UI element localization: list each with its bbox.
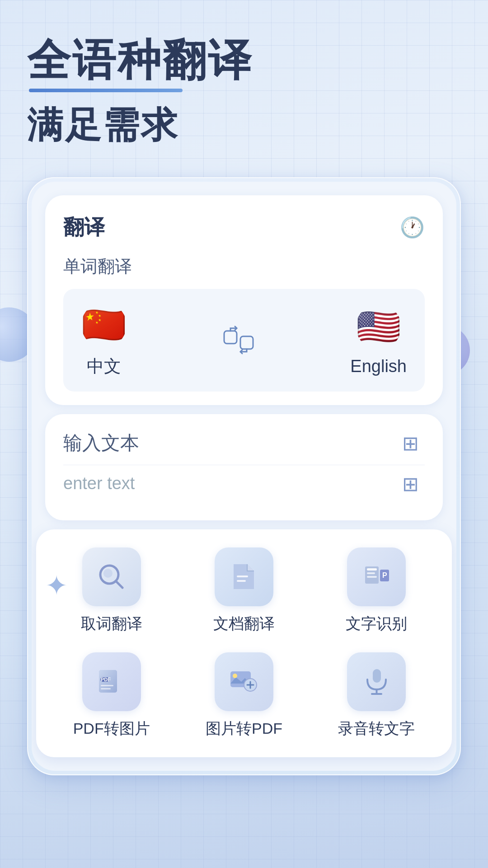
hero-subtitle: 满足需求 (27, 101, 461, 150)
phone-inner: 翻译 🕐 单词翻译 🇨🇳 中文 (32, 182, 456, 771)
word-translate-label: 取词翻译 (81, 613, 142, 634)
phone-card: 翻译 🕐 单词翻译 🇨🇳 中文 (27, 177, 461, 775)
svg-point-21 (233, 674, 237, 678)
section-label: 单词翻译 (63, 255, 425, 278)
img-to-pdf-label: 图片转PDF (206, 718, 282, 739)
source-language[interactable]: 🇨🇳 中文 (81, 302, 127, 378)
input-divider (63, 465, 425, 465)
paste-icon-2[interactable]: ⊞ (402, 472, 425, 495)
feature-grid: 取词翻译 文档翻译 (36, 529, 452, 757)
hero-title: 全语种翻译 (27, 36, 461, 84)
doc-translate-icon (215, 547, 273, 606)
svg-rect-0 (224, 331, 237, 344)
paste-icon[interactable]: ⊞ (402, 432, 425, 454)
ocr-label: 文字识别 (346, 613, 407, 634)
input-card[interactable]: 输入文本 ⊞ enter text ⊞ (45, 414, 443, 520)
input-label: 输入文本 (63, 430, 139, 456)
source-lang-label: 中文 (87, 355, 121, 378)
card-title: 翻译 (63, 213, 105, 241)
svg-rect-18 (101, 688, 111, 689)
svg-rect-9 (367, 572, 375, 574)
feature-img-to-pdf[interactable]: 图片转PDF (182, 648, 305, 744)
svg-rect-25 (373, 669, 381, 683)
feature-audio-to-text[interactable]: 录音转文字 (315, 648, 438, 744)
svg-rect-1 (240, 336, 253, 349)
svg-text:P: P (382, 571, 387, 579)
ocr-icon: P (347, 547, 406, 606)
english-flag: 🇺🇸 (356, 304, 401, 349)
feature-ocr[interactable]: P 文字识别 (315, 543, 438, 639)
feature-word-translate[interactable]: 取词翻译 (50, 543, 173, 639)
svg-rect-17 (101, 685, 113, 686)
svg-rect-8 (367, 568, 377, 571)
target-language[interactable]: 🇺🇸 English (350, 304, 407, 376)
audio-to-text-icon (347, 652, 406, 711)
clock-icon[interactable]: 🕐 (400, 216, 425, 239)
input-hint: enter text (63, 474, 135, 493)
feature-pdf-to-img[interactable]: PDF PDF转图片 (50, 648, 173, 744)
hero-underline (29, 89, 183, 92)
feature-doc-translate[interactable]: 文档翻译 (182, 543, 305, 639)
svg-text:PDF: PDF (101, 677, 111, 682)
target-lang-label: English (350, 357, 407, 376)
chinese-flag: 🇨🇳 (81, 302, 127, 348)
pdf-to-img-icon: PDF (82, 652, 141, 711)
language-selector[interactable]: 🇨🇳 中文 (63, 289, 425, 392)
svg-line-3 (116, 581, 122, 588)
audio-to-text-label: 录音转文字 (338, 718, 415, 739)
doc-translate-label: 文档翻译 (213, 613, 275, 634)
swap-button[interactable] (221, 322, 257, 358)
translate-card: 翻译 🕐 单词翻译 🇨🇳 中文 (45, 195, 443, 405)
pdf-to-img-label: PDF转图片 (73, 718, 150, 739)
img-to-pdf-icon (215, 652, 273, 711)
svg-rect-5 (237, 576, 248, 577)
word-translate-icon (82, 547, 141, 606)
sparkle-icon: ✦ (45, 570, 68, 601)
svg-rect-6 (237, 580, 246, 582)
svg-point-4 (103, 569, 113, 578)
svg-rect-10 (367, 576, 377, 578)
